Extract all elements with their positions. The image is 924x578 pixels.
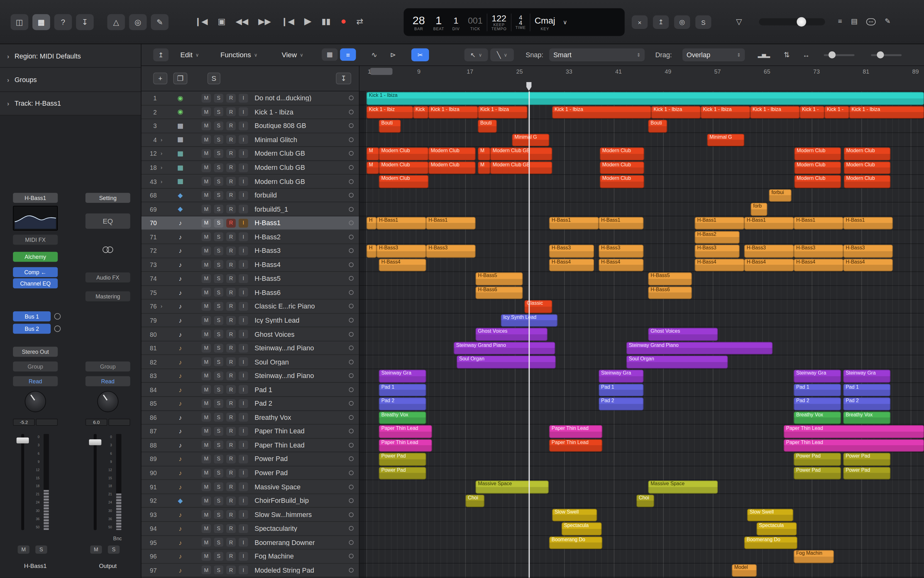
track-row[interactable]: 93♪MSRISlow Sw...himmers [141,508,359,522]
instrument-slot[interactable]: Alchemy [13,252,58,262]
region[interactable]: Kick 1 - Ibiza [651,106,701,119]
region[interactable]: Kick 1 - Ibiza [750,106,800,119]
rewind-button[interactable]: ◀◀ [236,16,248,26]
track-row[interactable]: 88♪MSRIPaper Thin Lead [141,438,359,452]
region[interactable]: H-Bass3 [599,245,644,257]
input-monitor-button[interactable]: I [238,288,248,297]
count-in-button[interactable]: ◎ [129,14,147,30]
region[interactable]: Kick 1 - Ibiz [366,106,413,119]
record-enable-button[interactable]: R [226,343,236,352]
region[interactable]: Kick 1 - Ibiza [366,92,924,105]
record-enable-button[interactable]: R [226,357,236,366]
track-row[interactable]: 82♪MSRISoul Organ [141,355,359,369]
inspector-toggle-button[interactable]: ↧ [76,14,94,30]
region[interactable]: Steinway Gra [379,370,426,382]
region[interactable]: H-Bass1 [794,217,843,230]
eq-button[interactable]: EQ [86,214,130,229]
track-row[interactable]: 81♪MSRISteinway...nd Piano [141,341,359,355]
region[interactable]: Kick 1 - Ibiza [478,106,528,119]
send-slot-1[interactable]: Bus 1 [13,311,50,321]
track-row[interactable]: 94♪MSRISpectacularity [141,522,359,536]
mute-button[interactable]: M [201,399,211,408]
lcd-mode-chevron-icon[interactable]: ∨ [563,19,567,26]
vertical-zoom-slider[interactable] [824,49,854,61]
track-row[interactable]: 18›▦MSRIModern Club GB [141,161,359,175]
track-row[interactable]: 76›♪MSRIClassic E...ric Piano [141,300,359,313]
midi-fx-slot[interactable]: MIDI FX [13,235,58,245]
input-monitor-button[interactable]: I [238,441,248,450]
track-row[interactable]: 89♪MSRIPower Pad [141,453,359,466]
ruler[interactable]: 1917253341495765738189 [359,66,924,91]
automation-mode-button[interactable]: Read [86,376,130,386]
region[interactable]: Fog Machin [794,550,834,563]
region[interactable]: Kick 1 - Ibiza [849,106,924,119]
record-enable-button[interactable]: R [226,205,236,214]
track-row[interactable]: 87♪MSRIPaper Thin Lead [141,425,359,438]
input-monitor-button[interactable]: I [238,135,248,144]
region[interactable]: H-Bass4 [744,258,794,271]
region[interactable]: Power Pad [794,453,841,466]
input-monitor-button[interactable]: I [238,538,248,547]
solo-button[interactable]: S [214,469,223,477]
track-row[interactable]: 83♪MSRISteinway...nd Piano [141,369,359,383]
region[interactable]: H-Bass6 [648,286,692,299]
region[interactable]: Paper Thin Lead [549,425,602,438]
mute-button[interactable]: M [201,260,211,269]
edit-menu[interactable]: Edit∨ [180,49,199,61]
region[interactable]: Bouti [379,120,401,132]
eq-thumbnail[interactable] [13,206,58,231]
region[interactable]: H-Bass4 [549,258,594,271]
region[interactable]: Ghost Voices [476,328,547,341]
region[interactable]: Paper Thin Lead [379,439,432,451]
input-monitor-button[interactable]: I [238,205,248,214]
region[interactable]: Boomerang Do [744,536,797,549]
playhead-marker[interactable] [526,82,531,91]
mute-button[interactable]: M [201,357,211,366]
track-row[interactable]: 1◉MSRIDo not d...ducking) [141,91,359,106]
mute-button[interactable]: M [201,177,211,186]
track-row[interactable]: 2◉MSRIKick 1 - Ibiza [141,106,359,119]
record-enable-button[interactable]: R [226,232,236,241]
region[interactable]: Breathy Vox [843,411,890,424]
record-enable-button[interactable]: R [226,94,236,102]
mute-button[interactable]: M [201,122,211,130]
region[interactable]: Modern Club [379,175,429,188]
region[interactable]: H-Bass1 [377,217,426,230]
input-monitor-button[interactable]: I [238,177,248,186]
chat-button[interactable]: ••• [866,17,876,26]
region[interactable]: Modern Club [600,161,644,174]
region[interactable]: Modern Club [600,175,644,188]
global-solo-button[interactable]: S [207,73,220,84]
send-knob-1[interactable] [54,313,61,320]
session-notes-button[interactable]: ✎ [885,17,891,25]
record-enable-button[interactable]: R [226,149,236,158]
record-enable-button[interactable]: R [226,482,236,491]
mute-button[interactable]: M [201,343,211,352]
duplicate-track-button[interactable]: ❐ [173,73,187,84]
track-row[interactable]: 97♪MSRIModeled String Pad [141,563,359,577]
input-monitor-button[interactable]: I [238,246,248,255]
region[interactable]: Steinway Grand Piano [454,342,555,354]
track-row[interactable]: 68◆MSRIforbuild [141,189,359,203]
collapse-tracks-button[interactable]: ↧ [336,73,351,84]
solo-button[interactable]: S [214,566,223,575]
input-monitor-button[interactable]: I [238,566,248,575]
input-monitor-button[interactable]: I [238,274,248,283]
disclosure-icon[interactable]: › [157,137,166,143]
region[interactable]: Kick 1 - Ibiza [428,106,478,119]
solo-button[interactable]: S [214,413,223,422]
record-enable-button[interactable]: R [226,427,236,435]
region[interactable]: H [366,217,377,230]
region[interactable]: H-Bass3 [744,245,794,257]
strip-mute-button[interactable]: M [18,545,29,554]
editors-toggle-button[interactable]: ▦ [32,14,50,30]
solo-button[interactable]: S [214,191,223,200]
region[interactable]: Breathy Vox [794,411,841,424]
record-enable-button[interactable]: R [226,219,236,227]
lcd-display[interactable]: 28BAR 1BEAT 1DIV 001TICK 122 KEEP TEMPO … [403,8,625,36]
region[interactable]: Spectacula [562,522,602,535]
input-monitor-button[interactable]: I [238,510,248,519]
region[interactable]: Paper Thin Lead [549,439,602,451]
record-enable-button[interactable]: R [226,260,236,269]
pan-knob[interactable] [25,391,46,412]
